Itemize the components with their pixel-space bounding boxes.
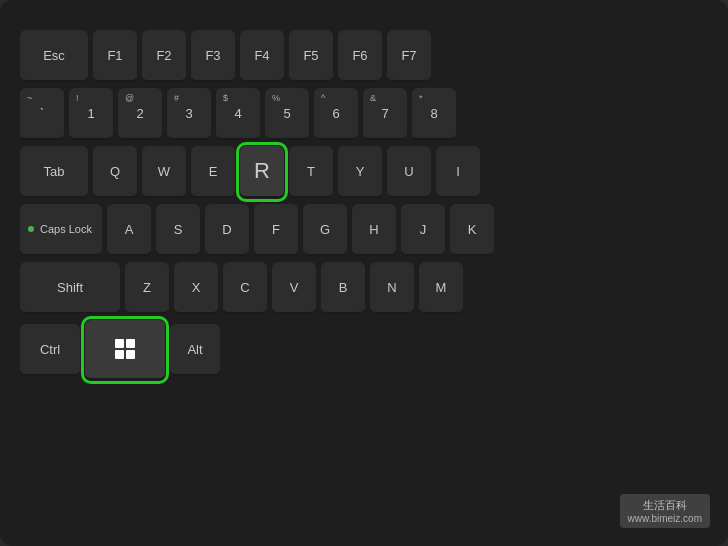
- windows-icon: [115, 339, 135, 359]
- key-s[interactable]: S: [156, 204, 200, 256]
- key-tilde[interactable]: ~`: [20, 88, 64, 140]
- key-alt[interactable]: Alt: [170, 324, 220, 376]
- key-f7[interactable]: F7: [387, 30, 431, 82]
- key-f2[interactable]: F2: [142, 30, 186, 82]
- row-zxcv: Shift Z X C V B N M: [20, 262, 708, 314]
- key-f6[interactable]: F6: [338, 30, 382, 82]
- key-8[interactable]: *8: [412, 88, 456, 140]
- watermark-url: www.bimeiz.com: [628, 513, 702, 524]
- key-4[interactable]: $4: [216, 88, 260, 140]
- key-x[interactable]: X: [174, 262, 218, 314]
- key-5[interactable]: %5: [265, 88, 309, 140]
- key-g[interactable]: G: [303, 204, 347, 256]
- row-numbers: ~` !1 @2 #3 $4 %5 ^6 &7 *8: [20, 88, 708, 140]
- key-h[interactable]: H: [352, 204, 396, 256]
- key-win[interactable]: [85, 320, 165, 380]
- key-f1[interactable]: F1: [93, 30, 137, 82]
- key-a[interactable]: A: [107, 204, 151, 256]
- key-j[interactable]: J: [401, 204, 445, 256]
- key-i[interactable]: I: [436, 146, 480, 198]
- capslock-indicator: [28, 226, 34, 232]
- key-f[interactable]: F: [254, 204, 298, 256]
- key-f3[interactable]: F3: [191, 30, 235, 82]
- key-q[interactable]: Q: [93, 146, 137, 198]
- key-f4[interactable]: F4: [240, 30, 284, 82]
- key-t[interactable]: T: [289, 146, 333, 198]
- keyboard: Esc F1 F2 F3 F4 F5 F6 F7 ~` !1 @2 #3 $4 …: [0, 0, 728, 546]
- watermark: 生活百科 www.bimeiz.com: [620, 494, 710, 528]
- key-b[interactable]: B: [321, 262, 365, 314]
- key-esc[interactable]: Esc: [20, 30, 88, 82]
- row-fn: Esc F1 F2 F3 F4 F5 F6 F7: [20, 30, 708, 82]
- row-asdf: Caps Lock A S D F G H J K: [20, 204, 708, 256]
- key-y[interactable]: Y: [338, 146, 382, 198]
- key-3[interactable]: #3: [167, 88, 211, 140]
- key-n[interactable]: N: [370, 262, 414, 314]
- key-k[interactable]: K: [450, 204, 494, 256]
- key-r[interactable]: R: [240, 146, 284, 198]
- key-capslock[interactable]: Caps Lock: [20, 204, 102, 256]
- key-f5[interactable]: F5: [289, 30, 333, 82]
- key-w[interactable]: W: [142, 146, 186, 198]
- key-m[interactable]: M: [419, 262, 463, 314]
- key-z[interactable]: Z: [125, 262, 169, 314]
- key-v[interactable]: V: [272, 262, 316, 314]
- key-1[interactable]: !1: [69, 88, 113, 140]
- key-2[interactable]: @2: [118, 88, 162, 140]
- key-c[interactable]: C: [223, 262, 267, 314]
- key-e[interactable]: E: [191, 146, 235, 198]
- key-tab[interactable]: Tab: [20, 146, 88, 198]
- key-7[interactable]: &7: [363, 88, 407, 140]
- key-ctrl[interactable]: Ctrl: [20, 324, 80, 376]
- row-qwerty: Tab Q W E R T Y U I: [20, 146, 708, 198]
- key-d[interactable]: D: [205, 204, 249, 256]
- key-shift[interactable]: Shift: [20, 262, 120, 314]
- watermark-title: 生活百科: [628, 498, 702, 513]
- row-ctrl: Ctrl Alt: [20, 320, 708, 380]
- key-6[interactable]: ^6: [314, 88, 358, 140]
- key-u[interactable]: U: [387, 146, 431, 198]
